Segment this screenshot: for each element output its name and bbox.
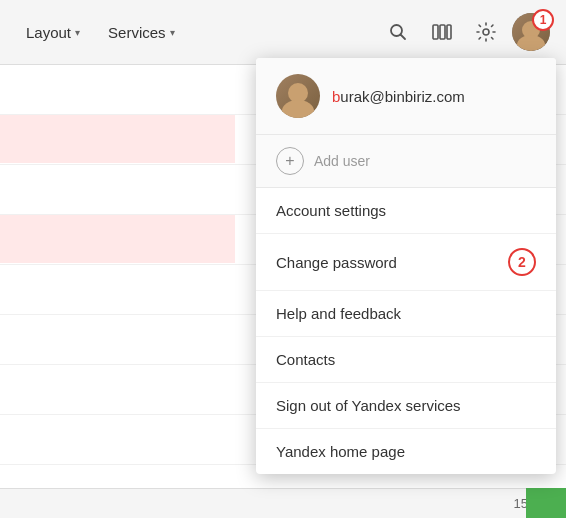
svg-rect-2	[433, 25, 438, 39]
search-button[interactable]	[380, 14, 416, 50]
add-user-row[interactable]: + Add user	[256, 135, 556, 188]
fake-row-pink-1	[0, 115, 235, 163]
layout-chevron-icon: ▾	[75, 27, 80, 38]
menu-item-help-feedback[interactable]: Help and feedback	[256, 291, 556, 337]
svg-point-5	[483, 29, 489, 35]
services-chevron-icon: ▾	[170, 27, 175, 38]
footer-bar: 15:14	[0, 488, 566, 518]
change-password-badge: 2	[508, 248, 536, 276]
services-label: Services	[108, 24, 166, 41]
user-email: burak@binbiriz.com	[332, 88, 465, 105]
services-button[interactable]: Services ▾	[98, 18, 185, 47]
menu-item-label-home-page: Yandex home page	[276, 443, 405, 460]
menu-item-label-account-settings: Account settings	[276, 202, 386, 219]
add-user-circle-icon: +	[276, 147, 304, 175]
svg-line-1	[401, 35, 406, 40]
settings-button[interactable]	[468, 14, 504, 50]
layout-label: Layout	[26, 24, 71, 41]
menu-item-account-settings[interactable]: Account settings	[256, 188, 556, 234]
search-icon	[389, 23, 407, 41]
layout-button[interactable]: Layout ▾	[16, 18, 90, 47]
header-bar: Layout ▾ Services ▾	[0, 0, 566, 65]
add-user-label: Add user	[314, 153, 370, 169]
gear-icon	[476, 22, 496, 42]
header-left: Layout ▾ Services ▾	[16, 18, 185, 47]
avatar-container: 1	[512, 13, 550, 51]
user-dropdown: burak@binbiriz.com + Add user Account se…	[256, 58, 556, 474]
avatar-badge: 1	[532, 9, 554, 31]
svg-rect-3	[440, 25, 445, 39]
svg-rect-4	[447, 25, 451, 39]
fake-row-pink-2	[0, 215, 235, 263]
email-rest: urak@binbiriz.com	[340, 88, 464, 105]
menu-item-sign-out[interactable]: Sign out of Yandex services	[256, 383, 556, 429]
columns-icon	[432, 23, 452, 41]
green-strip	[526, 488, 566, 518]
header-icons: 1	[380, 13, 550, 51]
menu-item-label-sign-out: Sign out of Yandex services	[276, 397, 461, 414]
menu-item-contacts[interactable]: Contacts	[256, 337, 556, 383]
user-avatar	[276, 74, 320, 118]
user-section: burak@binbiriz.com	[256, 58, 556, 135]
menu-item-label-change-password: Change password	[276, 254, 397, 271]
columns-button[interactable]	[424, 14, 460, 50]
menu-item-label-contacts: Contacts	[276, 351, 335, 368]
menu-item-label-help-feedback: Help and feedback	[276, 305, 401, 322]
menu-item-home-page[interactable]: Yandex home page	[256, 429, 556, 474]
menu-item-change-password[interactable]: Change password 2	[256, 234, 556, 291]
